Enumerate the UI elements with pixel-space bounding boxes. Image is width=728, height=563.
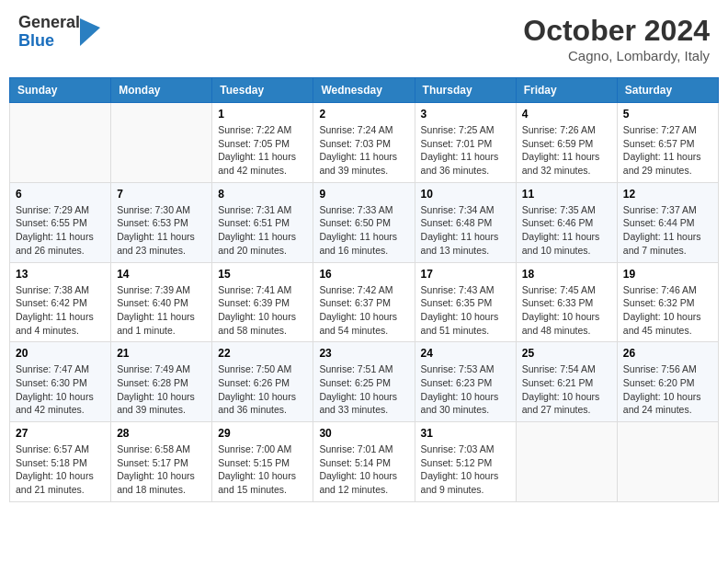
calendar-cell: 12Sunrise: 7:37 AM Sunset: 6:44 PM Dayli… — [617, 182, 718, 262]
calendar-week-row: 6Sunrise: 7:29 AM Sunset: 6:55 PM Daylig… — [10, 182, 719, 262]
day-info: Sunrise: 7:34 AM Sunset: 6:48 PM Dayligh… — [421, 203, 510, 258]
day-number: 22 — [218, 347, 307, 360]
calendar-cell: 26Sunrise: 7:56 AM Sunset: 6:20 PM Dayli… — [617, 342, 718, 422]
day-number: 4 — [522, 108, 611, 121]
day-info: Sunrise: 7:50 AM Sunset: 6:26 PM Dayligh… — [218, 362, 307, 417]
day-number: 11 — [522, 188, 611, 201]
day-info: Sunrise: 7:00 AM Sunset: 5:15 PM Dayligh… — [218, 442, 307, 497]
day-info: Sunrise: 7:53 AM Sunset: 6:23 PM Dayligh… — [421, 362, 510, 417]
month-title: October 2024 — [523, 14, 710, 48]
day-number: 7 — [117, 188, 206, 201]
day-number: 6 — [16, 188, 105, 201]
day-info: Sunrise: 7:22 AM Sunset: 7:05 PM Dayligh… — [218, 123, 307, 178]
day-info: Sunrise: 7:41 AM Sunset: 6:39 PM Dayligh… — [218, 283, 307, 338]
calendar-header-sunday: Sunday — [10, 78, 111, 103]
calendar-cell: 7Sunrise: 7:30 AM Sunset: 6:53 PM Daylig… — [111, 182, 212, 262]
day-info: Sunrise: 7:26 AM Sunset: 6:59 PM Dayligh… — [522, 123, 611, 178]
title-area: October 2024 Cagno, Lombardy, Italy — [523, 14, 710, 63]
day-number: 15 — [218, 268, 307, 281]
day-info: Sunrise: 7:38 AM Sunset: 6:42 PM Dayligh… — [16, 283, 105, 338]
calendar-cell: 3Sunrise: 7:25 AM Sunset: 7:01 PM Daylig… — [415, 103, 516, 183]
calendar-cell — [617, 422, 718, 502]
svg-marker-0 — [80, 18, 100, 46]
calendar-week-row: 1Sunrise: 7:22 AM Sunset: 7:05 PM Daylig… — [10, 103, 719, 183]
calendar-cell: 19Sunrise: 7:46 AM Sunset: 6:32 PM Dayli… — [617, 262, 718, 342]
calendar-cell: 6Sunrise: 7:29 AM Sunset: 6:55 PM Daylig… — [10, 182, 111, 262]
day-number: 31 — [421, 427, 510, 440]
calendar-cell — [516, 422, 617, 502]
calendar-header-monday: Monday — [111, 78, 212, 103]
calendar-header-friday: Friday — [516, 78, 617, 103]
day-number: 24 — [421, 347, 510, 360]
day-number: 12 — [623, 188, 712, 201]
day-info: Sunrise: 7:35 AM Sunset: 6:46 PM Dayligh… — [522, 203, 611, 258]
day-info: Sunrise: 7:39 AM Sunset: 6:40 PM Dayligh… — [117, 283, 206, 338]
day-info: Sunrise: 7:51 AM Sunset: 6:25 PM Dayligh… — [319, 362, 408, 417]
calendar-cell: 29Sunrise: 7:00 AM Sunset: 5:15 PM Dayli… — [212, 422, 313, 502]
day-info: Sunrise: 7:29 AM Sunset: 6:55 PM Dayligh… — [16, 203, 105, 258]
day-number: 21 — [117, 347, 206, 360]
calendar-cell: 22Sunrise: 7:50 AM Sunset: 6:26 PM Dayli… — [212, 342, 313, 422]
page-header: General Blue October 2024 Cagno, Lombard… — [9, 9, 719, 68]
day-info: Sunrise: 7:43 AM Sunset: 6:35 PM Dayligh… — [421, 283, 510, 338]
day-info: Sunrise: 7:56 AM Sunset: 6:20 PM Dayligh… — [623, 362, 712, 417]
calendar-week-row: 27Sunrise: 6:57 AM Sunset: 5:18 PM Dayli… — [10, 422, 719, 502]
calendar-cell: 30Sunrise: 7:01 AM Sunset: 5:14 PM Dayli… — [313, 422, 415, 502]
day-number: 20 — [16, 347, 105, 360]
calendar-cell: 23Sunrise: 7:51 AM Sunset: 6:25 PM Dayli… — [313, 342, 415, 422]
day-number: 17 — [421, 268, 510, 281]
calendar-cell: 8Sunrise: 7:31 AM Sunset: 6:51 PM Daylig… — [212, 182, 313, 262]
calendar-cell — [111, 103, 212, 183]
calendar-cell: 31Sunrise: 7:03 AM Sunset: 5:12 PM Dayli… — [415, 422, 516, 502]
day-info: Sunrise: 7:37 AM Sunset: 6:44 PM Dayligh… — [623, 203, 712, 258]
calendar-cell: 9Sunrise: 7:33 AM Sunset: 6:50 PM Daylig… — [313, 182, 415, 262]
calendar-week-row: 20Sunrise: 7:47 AM Sunset: 6:30 PM Dayli… — [10, 342, 719, 422]
day-number: 25 — [522, 347, 611, 360]
day-number: 1 — [218, 108, 307, 121]
day-number: 10 — [421, 188, 510, 201]
day-info: Sunrise: 7:42 AM Sunset: 6:37 PM Dayligh… — [319, 283, 408, 338]
logo-blue: Blue — [18, 32, 80, 51]
calendar-cell: 27Sunrise: 6:57 AM Sunset: 5:18 PM Dayli… — [10, 422, 111, 502]
day-number: 13 — [16, 268, 105, 281]
day-info: Sunrise: 7:46 AM Sunset: 6:32 PM Dayligh… — [623, 283, 712, 338]
day-number: 19 — [623, 268, 712, 281]
calendar-cell: 21Sunrise: 7:49 AM Sunset: 6:28 PM Dayli… — [111, 342, 212, 422]
day-info: Sunrise: 6:57 AM Sunset: 5:18 PM Dayligh… — [16, 442, 105, 497]
logo-text: General Blue — [18, 14, 80, 51]
calendar-header-wednesday: Wednesday — [313, 78, 415, 103]
day-number: 23 — [319, 347, 408, 360]
day-info: Sunrise: 7:33 AM Sunset: 6:50 PM Dayligh… — [319, 203, 408, 258]
calendar-cell: 10Sunrise: 7:34 AM Sunset: 6:48 PM Dayli… — [415, 182, 516, 262]
calendar-week-row: 13Sunrise: 7:38 AM Sunset: 6:42 PM Dayli… — [10, 262, 719, 342]
calendar-cell: 14Sunrise: 7:39 AM Sunset: 6:40 PM Dayli… — [111, 262, 212, 342]
calendar-cell: 16Sunrise: 7:42 AM Sunset: 6:37 PM Dayli… — [313, 262, 415, 342]
day-number: 27 — [16, 427, 105, 440]
calendar-cell: 11Sunrise: 7:35 AM Sunset: 6:46 PM Dayli… — [516, 182, 617, 262]
calendar-header-saturday: Saturday — [617, 78, 718, 103]
calendar-cell: 24Sunrise: 7:53 AM Sunset: 6:23 PM Dayli… — [415, 342, 516, 422]
day-number: 5 — [623, 108, 712, 121]
logo-icon — [80, 18, 100, 46]
calendar-cell: 15Sunrise: 7:41 AM Sunset: 6:39 PM Dayli… — [212, 262, 313, 342]
day-number: 16 — [319, 268, 408, 281]
day-number: 9 — [319, 188, 408, 201]
logo: General Blue — [18, 14, 100, 51]
day-info: Sunrise: 7:47 AM Sunset: 6:30 PM Dayligh… — [16, 362, 105, 417]
day-number: 14 — [117, 268, 206, 281]
day-number: 30 — [319, 427, 408, 440]
day-info: Sunrise: 7:01 AM Sunset: 5:14 PM Dayligh… — [319, 442, 408, 497]
day-info: Sunrise: 6:58 AM Sunset: 5:17 PM Dayligh… — [117, 442, 206, 497]
day-info: Sunrise: 7:27 AM Sunset: 6:57 PM Dayligh… — [623, 123, 712, 178]
day-number: 8 — [218, 188, 307, 201]
day-info: Sunrise: 7:49 AM Sunset: 6:28 PM Dayligh… — [117, 362, 206, 417]
calendar-cell: 13Sunrise: 7:38 AM Sunset: 6:42 PM Dayli… — [10, 262, 111, 342]
calendar-cell: 18Sunrise: 7:45 AM Sunset: 6:33 PM Dayli… — [516, 262, 617, 342]
day-number: 3 — [421, 108, 510, 121]
day-number: 18 — [522, 268, 611, 281]
day-info: Sunrise: 7:25 AM Sunset: 7:01 PM Dayligh… — [421, 123, 510, 178]
day-info: Sunrise: 7:45 AM Sunset: 6:33 PM Dayligh… — [522, 283, 611, 338]
day-info: Sunrise: 7:31 AM Sunset: 6:51 PM Dayligh… — [218, 203, 307, 258]
calendar-cell: 5Sunrise: 7:27 AM Sunset: 6:57 PM Daylig… — [617, 103, 718, 183]
day-number: 29 — [218, 427, 307, 440]
